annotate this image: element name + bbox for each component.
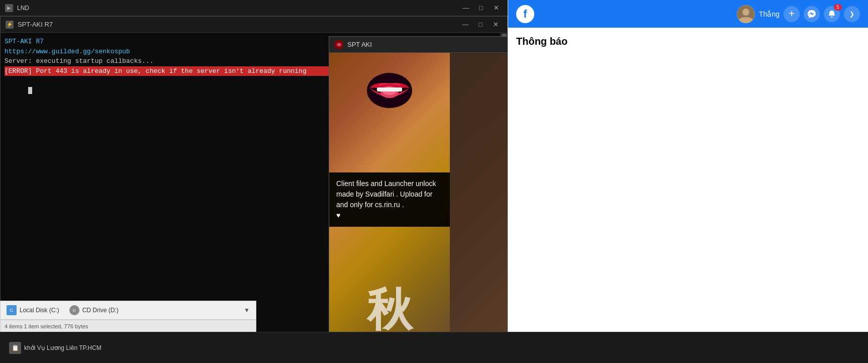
fb-notification-button[interactable]: 5 (824, 6, 840, 22)
taskbar: 📋 khởi Vụ Lương Liên TP.HCM (0, 332, 868, 363)
launcher-logo-icon: 👄 (334, 40, 343, 49)
fb-content: Thông báo (508, 28, 868, 61)
taskbar-label-1: khởi Vụ Lương Liên TP.HCM (24, 344, 102, 351)
lnd-title-left: ▶ LND (5, 4, 29, 12)
fb-user-name: Thắng (759, 10, 780, 18)
taskbar-icon-1: 📋 (9, 342, 21, 354)
game-text-box: Client files and Launcher unlock made by… (329, 172, 450, 227)
fb-header: f Thắng + (508, 0, 868, 28)
file-explorer-bar: C Local Disk (C:) D CD Drive (D:) ▼ (0, 301, 256, 320)
launcher-title-text: SPT AKI (347, 41, 372, 48)
game-image-bg: Client files and Launcher unlock made by… (329, 53, 450, 337)
lips-svg (364, 63, 415, 113)
file-status-bar: 4 items 1 item selected, 776 bytes (0, 320, 256, 332)
lnd-window-controls: — □ ✕ (459, 3, 503, 13)
terminal-icon: ⚡ (6, 21, 14, 29)
lnd-icon: ▶ (5, 4, 13, 12)
lips-decoration (364, 63, 415, 113)
avatar-image (737, 5, 755, 23)
fb-panel: f Thắng + (508, 0, 868, 363)
kanji-text: 秋 (367, 287, 412, 332)
terminal-title-text: SPT-AKI R7 (18, 21, 53, 28)
cd-icon: D (69, 305, 79, 315)
svg-point-5 (742, 9, 749, 16)
lnd-maximize-button[interactable]: □ (474, 3, 488, 13)
lnd-title: LND (17, 5, 29, 12)
terminal-close-button[interactable]: ✕ (489, 20, 502, 30)
terminal-maximize-button[interactable]: □ (474, 20, 487, 30)
messenger-icon (807, 10, 816, 19)
terminal-minimize-button[interactable]: — (459, 20, 472, 30)
notification-icon (827, 10, 836, 19)
terminal-title-left: ⚡ SPT-AKI R7 (6, 21, 53, 29)
lnd-minimize-button[interactable]: — (459, 3, 472, 13)
game-text-content: Client files and Launcher unlock made by… (336, 179, 436, 209)
file-status-text: 4 items 1 item selected, 776 bytes (5, 323, 88, 329)
fb-logo-text: f (523, 9, 527, 20)
terminal-titlebar: ⚡ SPT-AKI R7 — □ ✕ (1, 17, 507, 33)
fb-header-right: Thắng + 5 ❯ (737, 5, 860, 23)
game-text-heart: ♥ (336, 211, 340, 219)
cd-drive-label: CD Drive (D:) (82, 307, 119, 314)
fb-add-button[interactable]: + (784, 6, 800, 22)
fb-avatar (737, 5, 755, 23)
taskbar-item-1[interactable]: 📋 khởi Vụ Lương Liên TP.HCM (5, 340, 106, 356)
launcher-image-panel: Client files and Launcher unlock made by… (329, 53, 450, 337)
fb-section-title: Thông báo (516, 36, 860, 47)
local-disk-label: Local Disk (C:) (20, 307, 59, 314)
lnd-titlebar: ▶ LND — □ ✕ (0, 0, 508, 16)
file-explorer-expand-button[interactable]: ▼ (244, 307, 250, 314)
terminal-cursor (28, 87, 32, 94)
drive-icon: C (7, 305, 17, 315)
fb-logo: f (516, 5, 534, 23)
fb-messenger-button[interactable] (804, 6, 820, 22)
launcher-title-left: 👄 SPT AKI (334, 40, 372, 49)
cd-drive-item[interactable]: D CD Drive (D:) (69, 305, 119, 315)
fb-chevron-button[interactable]: ❯ (844, 6, 860, 22)
terminal-window-controls: — □ ✕ (459, 20, 502, 30)
local-disk-item[interactable]: C Local Disk (C:) (7, 305, 59, 315)
lnd-close-button[interactable]: ✕ (490, 3, 503, 13)
svg-rect-3 (377, 87, 402, 92)
notification-badge: 5 (834, 4, 842, 11)
